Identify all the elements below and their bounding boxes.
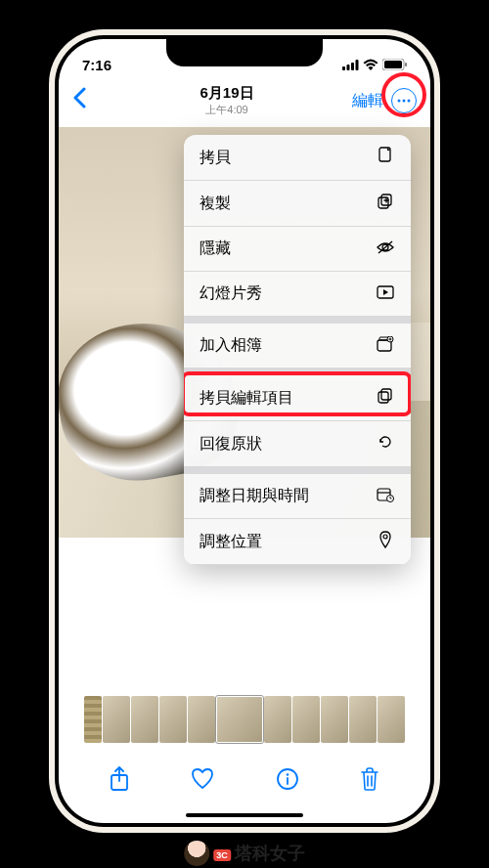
- menu-label: 拷貝編輯項目: [200, 388, 293, 409]
- thumbnail[interactable]: [103, 696, 130, 743]
- slideshow-icon: [376, 285, 395, 303]
- photo-date: 6月19日: [102, 84, 352, 103]
- share-button[interactable]: [110, 766, 129, 798]
- favorite-button[interactable]: [191, 768, 214, 796]
- svg-rect-0: [342, 66, 345, 70]
- thumbnail[interactable]: [264, 696, 291, 743]
- menu-label: 拷貝: [200, 148, 231, 168]
- signal-icon: [342, 57, 359, 73]
- nav-bar: 6月19日 上午4:09 編輯: [59, 78, 430, 127]
- menu-item-adjust-location[interactable]: 調整位置: [184, 519, 411, 565]
- duplicate-icon: [376, 193, 395, 214]
- svg-point-27: [286, 773, 289, 776]
- revert-icon: [376, 433, 395, 455]
- svg-rect-19: [378, 392, 388, 403]
- watermark-avatar: [184, 841, 209, 866]
- menu-label: 回復原狀: [200, 434, 262, 455]
- location-icon: [376, 531, 395, 552]
- edit-button[interactable]: 編輯: [352, 91, 383, 111]
- battery-icon: [382, 57, 407, 73]
- info-button[interactable]: [277, 768, 298, 796]
- menu-separator: [184, 369, 411, 375]
- context-menu: 拷貝 複製 隱藏 幻燈片秀 加入相簿: [184, 135, 411, 565]
- menu-label: 複製: [200, 194, 231, 214]
- svg-point-8: [403, 100, 406, 103]
- thumbnail[interactable]: [131, 696, 158, 743]
- watermark-badge: 3C: [213, 849, 231, 861]
- copy-icon: [376, 147, 395, 168]
- svg-point-9: [408, 100, 411, 103]
- more-button[interactable]: [391, 88, 417, 113]
- add-album-icon: [376, 336, 395, 356]
- hide-icon: [376, 240, 395, 258]
- menu-item-copy[interactable]: 拷貝: [184, 135, 411, 181]
- menu-separator: [184, 317, 411, 324]
- calendar-clock-icon: [376, 487, 395, 506]
- watermark: 3C 塔科女子: [184, 841, 305, 866]
- thumbnail[interactable]: [159, 696, 187, 743]
- svg-point-7: [398, 100, 401, 103]
- thumbnail[interactable]: [321, 696, 348, 743]
- phone-bezel: 7:16 6月19日: [55, 35, 434, 827]
- menu-item-copy-edits[interactable]: 拷貝編輯項目: [184, 375, 411, 421]
- bottom-toolbar: [59, 759, 430, 805]
- thumbnail[interactable]: [349, 696, 377, 743]
- thumbnail[interactable]: [188, 696, 215, 743]
- svg-rect-3: [356, 60, 359, 70]
- nav-title: 6月19日 上午4:09: [102, 84, 352, 117]
- photo-time: 上午4:09: [102, 103, 352, 117]
- phone-frame: 7:16 6月19日: [49, 29, 440, 833]
- notch: [166, 39, 323, 66]
- menu-label: 調整位置: [200, 532, 262, 552]
- menu-item-adjust-datetime[interactable]: 調整日期與時間: [184, 474, 411, 519]
- svg-rect-20: [381, 389, 391, 400]
- svg-rect-5: [384, 61, 402, 68]
- menu-item-hide[interactable]: 隱藏: [184, 227, 411, 272]
- thumbnail-selected[interactable]: [216, 696, 263, 743]
- menu-label: 隱藏: [200, 239, 231, 259]
- thumbnail[interactable]: [292, 696, 320, 743]
- menu-item-add-to-album[interactable]: 加入相簿: [184, 324, 411, 369]
- menu-separator: [184, 467, 411, 474]
- status-right: [342, 57, 407, 73]
- svg-point-24: [383, 535, 387, 539]
- status-time: 7:16: [82, 57, 111, 73]
- copy-edits-icon: [376, 387, 395, 409]
- thumbnail[interactable]: [378, 696, 405, 743]
- back-button[interactable]: [72, 87, 102, 114]
- menu-item-revert[interactable]: 回復原狀: [184, 421, 411, 467]
- menu-item-slideshow[interactable]: 幻燈片秀: [184, 272, 411, 317]
- menu-label: 調整日期與時間: [200, 486, 309, 506]
- menu-item-duplicate[interactable]: 複製: [184, 181, 411, 227]
- screen: 7:16 6月19日: [59, 39, 430, 823]
- menu-label: 幻燈片秀: [200, 283, 262, 304]
- delete-button[interactable]: [360, 767, 379, 797]
- menu-label: 加入相簿: [200, 335, 262, 356]
- svg-rect-1: [347, 65, 350, 70]
- svg-rect-6: [405, 63, 407, 66]
- watermark-text: 塔科女子: [235, 842, 305, 865]
- svg-rect-2: [351, 63, 354, 70]
- thumbnail-strip[interactable]: [59, 696, 430, 745]
- wifi-icon: [363, 57, 378, 73]
- thumbnail[interactable]: [84, 696, 102, 743]
- home-indicator[interactable]: [186, 813, 303, 817]
